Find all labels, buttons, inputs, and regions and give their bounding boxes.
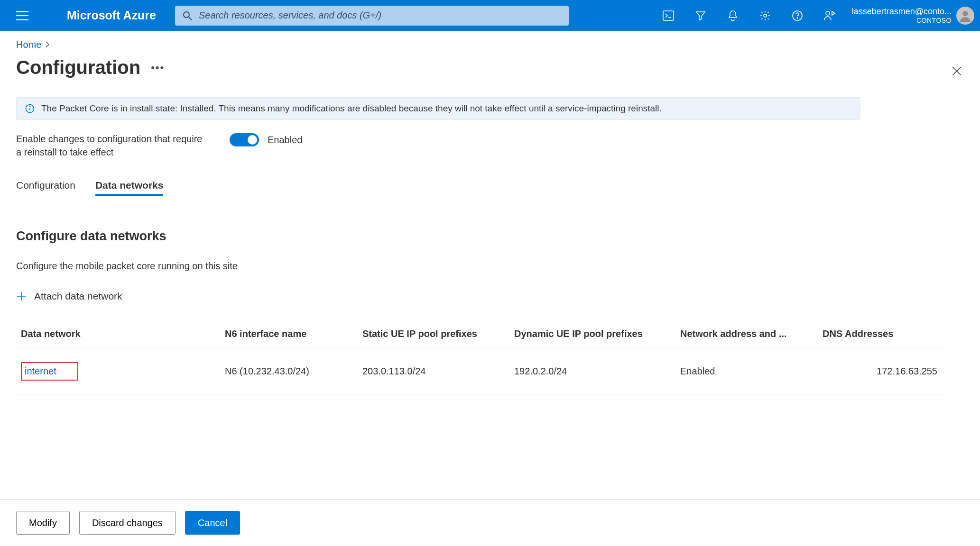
filter-icon[interactable] (687, 2, 714, 29)
avatar-icon[interactable] (956, 7, 974, 25)
row-dynamic: 192.0.2.0/24 (514, 366, 680, 377)
th-static[interactable]: Static UE IP pool prefixes (362, 328, 514, 339)
page-title: Configuration (16, 57, 140, 78)
more-icon[interactable]: ••• (151, 62, 165, 74)
search-input[interactable] (199, 10, 561, 21)
svg-rect-5 (663, 11, 674, 20)
enable-changes-toggle[interactable] (230, 133, 259, 146)
attach-data-network-button[interactable]: Attach data network (16, 291, 964, 302)
row-static: 203.0.113.0/24 (362, 366, 514, 377)
discard-button[interactable]: Discard changes (79, 511, 176, 535)
search-box[interactable] (175, 6, 569, 26)
breadcrumb: Home (16, 39, 964, 50)
th-dynamic[interactable]: Dynamic UE IP pool prefixes (514, 328, 680, 339)
footer-bar: Modify Discard changes Cancel (0, 499, 980, 546)
row-nat: Enabled (680, 366, 823, 377)
th-nat[interactable]: Network address and ... (680, 328, 823, 339)
help-icon[interactable] (784, 2, 811, 29)
section-heading: Configure data networks (16, 229, 964, 244)
account-area[interactable]: lassebertrasmen@conto... CONTOSO (852, 7, 974, 25)
svg-line-4 (189, 17, 192, 20)
svg-point-16 (29, 106, 30, 107)
svg-point-10 (826, 11, 830, 15)
brand-label[interactable]: Microsoft Azure (67, 9, 156, 22)
toggle-label: Enable changes to configuration that req… (16, 132, 206, 159)
data-networks-table: Data network N6 interface name Static UE… (16, 328, 946, 394)
table-header: Data network N6 interface name Static UE… (16, 328, 946, 348)
row-name-link[interactable]: internet (21, 362, 78, 381)
th-n6[interactable]: N6 interface name (225, 328, 362, 339)
account-email: lassebertrasmen@conto... (852, 7, 952, 17)
chevron-right-icon (45, 39, 50, 50)
settings-icon[interactable] (751, 2, 779, 29)
row-dns: 172.16.63.255 (823, 366, 946, 377)
menu-icon[interactable] (9, 2, 36, 29)
table-row: internet N6 (10.232.43.0/24) 203.0.113.0… (16, 348, 946, 394)
info-text: The Packet Core is in install state: Ins… (41, 103, 662, 114)
topbar: Microsoft Azure (0, 0, 980, 31)
th-name[interactable]: Data network (21, 328, 225, 339)
tab-data-networks[interactable]: Data networks (95, 180, 164, 196)
cancel-button[interactable]: Cancel (185, 511, 240, 535)
account-tenant: CONTOSO (852, 17, 952, 24)
svg-point-3 (184, 12, 189, 18)
tab-configuration[interactable]: Configuration (16, 180, 75, 196)
svg-point-11 (963, 11, 968, 16)
svg-point-7 (764, 14, 767, 17)
close-icon[interactable] (950, 64, 964, 78)
tabs: Configuration Data networks (16, 180, 964, 196)
search-icon (183, 11, 192, 20)
row-n6: N6 (10.232.43.0/24) (225, 366, 362, 377)
toggle-state: Enabled (268, 135, 302, 146)
th-dns[interactable]: DNS Addresses (823, 328, 946, 339)
attach-label: Attach data network (34, 291, 122, 302)
plus-icon (16, 291, 27, 301)
info-banner: The Packet Core is in install state: Ins… (16, 97, 860, 120)
cloud-shell-icon[interactable] (655, 2, 682, 29)
modify-button[interactable]: Modify (16, 511, 70, 535)
section-subtext: Configure the mobile packet core running… (16, 261, 964, 272)
svg-point-9 (797, 18, 798, 18)
feedback-icon[interactable] (816, 2, 843, 29)
notifications-icon[interactable] (719, 2, 747, 29)
info-icon (25, 104, 35, 113)
breadcrumb-home[interactable]: Home (16, 39, 41, 50)
